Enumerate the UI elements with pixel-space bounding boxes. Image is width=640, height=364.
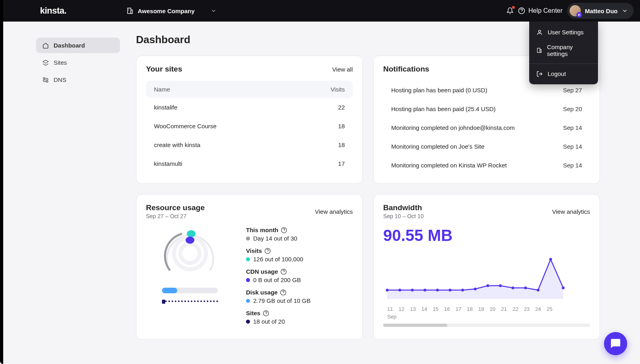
- info-icon[interactable]: [264, 248, 271, 254]
- sidebar-item-label: Dashboard: [54, 42, 85, 49]
- x-tick: 23: [524, 306, 530, 312]
- notification-row[interactable]: Monitoring completed on Kinsta WP Rocket…: [383, 156, 590, 175]
- logo: kinsta.: [40, 6, 66, 16]
- sidebar-item-label: Sites: [54, 59, 67, 66]
- svg-point-33: [524, 286, 527, 289]
- x-tick: 17: [456, 306, 461, 312]
- sidebar-item-dashboard[interactable]: Dashboard: [36, 38, 120, 53]
- dns-icon: [42, 77, 49, 83]
- home-icon: [42, 42, 49, 49]
- date-range: Sep 27 – Oct 27: [146, 213, 205, 219]
- svg-point-27: [449, 289, 452, 292]
- notification-row[interactable]: Monitoring completed on Joe's SiteSep 14: [383, 137, 590, 156]
- disk-usage-bar: [162, 288, 218, 293]
- chat-fab[interactable]: [604, 332, 627, 355]
- svg-point-11: [43, 78, 45, 79]
- info-icon[interactable]: [263, 310, 269, 316]
- avatar: [570, 5, 581, 16]
- svg-point-28: [461, 289, 464, 292]
- table-row[interactable]: create with kinsta18: [146, 135, 353, 154]
- notification-row[interactable]: Hosting plan has been paid (25.4 USD)Sep…: [383, 99, 590, 118]
- date-range: Sep 10 – Oct 10: [383, 213, 424, 219]
- bandwidth-card: Bandwidth Sep 10 – Oct 10 View analytics…: [373, 194, 600, 340]
- user-name: Matteo Duo: [585, 8, 618, 14]
- help-center-link[interactable]: Help Center: [518, 7, 562, 14]
- svg-point-24: [411, 289, 414, 292]
- x-tick: 15: [433, 306, 438, 312]
- svg-rect-1: [131, 10, 132, 14]
- table-row[interactable]: kinstalife22: [146, 98, 353, 117]
- your-sites-card: Your sites View all Name Visits kinstali…: [136, 56, 363, 184]
- x-tick: 25: [547, 306, 552, 312]
- info-icon[interactable]: [280, 269, 287, 275]
- card-title: Your sites: [146, 65, 182, 74]
- svg-point-15: [187, 230, 196, 237]
- x-tick: 24: [535, 306, 541, 312]
- notifications-bell[interactable]: [502, 3, 518, 19]
- col-visits: Visits: [330, 86, 345, 93]
- chevron-down-icon: [622, 8, 628, 14]
- layers-icon: [42, 60, 49, 66]
- svg-point-35: [549, 258, 552, 261]
- sites-table-header: Name Visits: [146, 81, 353, 98]
- x-tick: 21: [501, 306, 507, 312]
- building-icon: [536, 47, 542, 54]
- logout-item[interactable]: Logout: [529, 66, 598, 81]
- info-icon[interactable]: [281, 227, 287, 233]
- table-row[interactable]: kinstamulti17: [146, 154, 353, 173]
- svg-point-36: [562, 286, 565, 289]
- svg-point-12: [46, 81, 48, 82]
- x-tick: 11: [387, 306, 393, 312]
- svg-point-30: [486, 284, 489, 287]
- x-tick: 19: [478, 306, 484, 312]
- svg-point-22: [386, 289, 389, 292]
- x-tick: 22: [512, 306, 518, 312]
- svg-point-31: [499, 284, 502, 287]
- sidebar-item-sites[interactable]: Sites: [36, 55, 120, 70]
- svg-point-23: [398, 289, 401, 292]
- bandwidth-value: 90.55 MB: [383, 227, 590, 245]
- svg-point-34: [537, 289, 540, 292]
- svg-marker-10: [43, 60, 48, 63]
- svg-point-25: [424, 289, 426, 292]
- logout-icon: [536, 71, 543, 77]
- svg-rect-7: [537, 48, 540, 53]
- svg-rect-8: [540, 50, 541, 52]
- card-title: Resource usage: [146, 203, 205, 212]
- company-switcher[interactable]: Awesome Company: [126, 7, 217, 14]
- x-tick: 13: [410, 306, 416, 312]
- view-analytics-link[interactable]: View analytics: [552, 208, 590, 215]
- notification-badge: [512, 6, 515, 9]
- sidebar-item-label: DNS: [54, 76, 66, 83]
- svg-point-32: [512, 286, 514, 289]
- bandwidth-x-axis: 111213141516171819202122232425: [383, 306, 590, 312]
- user-menu-trigger[interactable]: Matteo Duo: [567, 3, 634, 19]
- user-icon: [536, 29, 543, 36]
- notification-row[interactable]: Monitoring completed on johndoe@kinsta.c…: [383, 118, 590, 137]
- info-icon[interactable]: [280, 289, 286, 296]
- svg-point-29: [474, 288, 477, 290]
- svg-point-26: [436, 289, 439, 292]
- view-all-sites-link[interactable]: View all: [332, 66, 353, 73]
- resource-usage-card: Resource usage Sep 27 – Oct 27 View anal…: [136, 194, 363, 340]
- table-row[interactable]: WooCommerce Course18: [146, 117, 353, 135]
- chevron-down-icon: [210, 8, 217, 14]
- x-tick: 14: [421, 306, 427, 312]
- chat-icon: [610, 338, 621, 349]
- sites-usage-bar: [162, 300, 218, 302]
- user-dropdown: User Settings Company settings Logout: [529, 22, 598, 84]
- chart-scrollbar[interactable]: [383, 324, 590, 327]
- svg-point-6: [538, 30, 540, 32]
- company-settings-item[interactable]: Company settings: [529, 40, 598, 61]
- sidebar: Dashboard Sites DNS: [0, 22, 128, 352]
- topbar: kinsta. Awesome Company Help Center Matt…: [0, 0, 640, 22]
- help-icon: [518, 7, 525, 14]
- building-icon: [126, 7, 134, 14]
- card-title: Bandwidth: [383, 203, 424, 212]
- resource-donut-chart: [160, 227, 220, 280]
- user-settings-item[interactable]: User Settings: [529, 25, 598, 40]
- sidebar-item-dns[interactable]: DNS: [36, 72, 120, 88]
- divider: [529, 64, 598, 64]
- view-analytics-link[interactable]: View analytics: [315, 208, 353, 215]
- col-name: Name: [154, 86, 170, 93]
